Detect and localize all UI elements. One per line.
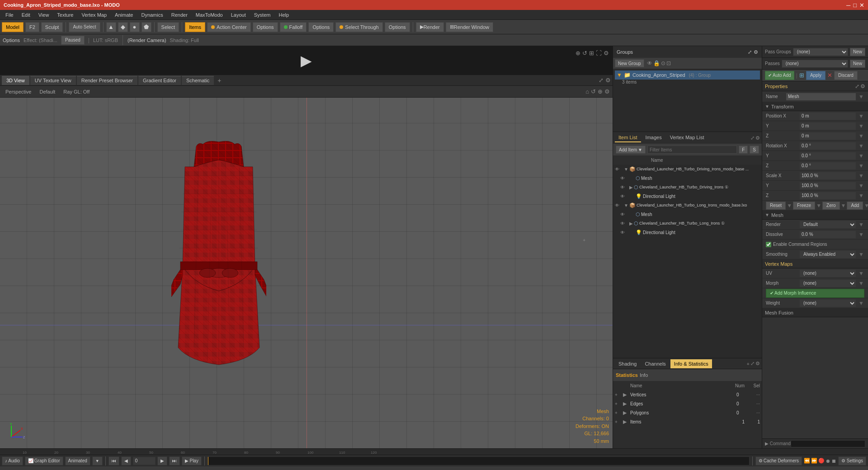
render-window-button[interactable]: ⊞ Render Window	[446, 22, 493, 32]
play-button[interactable]: ▶ Play	[182, 456, 202, 465]
pos-y-arrow[interactable]: ▼	[858, 123, 864, 129]
rotation-x-value[interactable]: 0.0 °	[799, 142, 856, 150]
tab-uv-texture[interactable]: UV Texture View	[30, 76, 76, 85]
shape3-button[interactable]: ●	[130, 22, 140, 32]
next-frame-button[interactable]: ▶	[157, 456, 167, 465]
bottom-gear-icon[interactable]: ⤢	[750, 361, 755, 367]
stats-add-polygons[interactable]: +	[615, 410, 621, 415]
row6-eye[interactable]: 👁	[620, 212, 625, 217]
menu-layout[interactable]: Layout	[227, 11, 250, 19]
apply-button[interactable]: Apply	[806, 71, 826, 80]
add-tab-button[interactable]: +	[215, 76, 224, 85]
zero-arrow[interactable]: ▼	[841, 202, 846, 209]
stats-add-edges[interactable]: +	[615, 401, 621, 406]
pos-x-arrow[interactable]: ▼	[858, 113, 864, 119]
position-z-value[interactable]: 0 m	[799, 132, 856, 140]
dissolve-arrow[interactable]: ▼	[858, 231, 864, 238]
pb-icon-2[interactable]: ⏩	[811, 458, 817, 464]
vp-rotate-icon[interactable]: ↺	[591, 88, 596, 95]
graph-editor-button[interactable]: 📈 Graph Editor	[25, 456, 63, 465]
filter-f-button[interactable]: F	[739, 146, 748, 154]
options2-button[interactable]: Options	[308, 22, 334, 32]
vp-home-icon[interactable]: ⌂	[585, 88, 589, 95]
passes-select[interactable]: (none)	[782, 60, 848, 68]
weight-select[interactable]: (none)	[799, 299, 856, 307]
timeline-bar[interactable]	[208, 456, 750, 465]
row5-toggle[interactable]: ▼	[624, 203, 628, 208]
stats-add-items[interactable]: +	[615, 419, 621, 424]
menu-help[interactable]: Help	[275, 11, 292, 19]
groups-icon-1[interactable]: 👁	[647, 60, 652, 66]
props-gear-icon[interactable]: ⚙	[860, 83, 865, 89]
menu-view[interactable]: View	[35, 11, 53, 19]
tl-icon-5[interactable]: ⚙	[604, 50, 609, 56]
sculpt-button[interactable]: Sculpt	[41, 22, 63, 32]
groups-gear-icon[interactable]: ⚙	[754, 49, 758, 55]
tab-info-statistics[interactable]: Info & Statistics	[670, 359, 712, 368]
discard-button[interactable]: Discard	[834, 71, 858, 80]
bottom-settings-icon[interactable]: ⚙	[755, 361, 760, 367]
render-button[interactable]: ▶ Render	[416, 22, 444, 32]
vp-expand-icon[interactable]: ⤢	[599, 77, 604, 84]
mesh-section-bar[interactable]: ▼ Mesh	[762, 211, 868, 220]
next-button[interactable]: ⏭	[169, 456, 180, 465]
stats-edges-row[interactable]: + ▶ Edges 0 ···	[613, 399, 762, 408]
settings-button[interactable]: ⚙ Settings	[838, 456, 866, 465]
filter-s-button[interactable]: S	[750, 146, 759, 154]
f2-button[interactable]: F2	[25, 22, 39, 32]
edges-more[interactable]: ···	[756, 401, 760, 406]
item-row-6[interactable]: 👁 ⬡ Mesh	[613, 210, 762, 219]
menu-dynamics[interactable]: Dynamics	[137, 11, 166, 19]
item-row-5[interactable]: 👁 ▼ 📦 Cleveland_Launcher_HB_Turbo_Long_I…	[613, 201, 762, 210]
render-select[interactable]: Default	[799, 221, 856, 229]
polygons-more[interactable]: ···	[756, 410, 760, 415]
pb-icon-3[interactable]: 🔴	[818, 458, 825, 464]
menu-edit[interactable]: Edit	[18, 11, 34, 19]
tab-item-list[interactable]: Item List	[615, 133, 641, 142]
animated-button[interactable]: Animated	[65, 456, 90, 465]
default-button[interactable]: Default	[37, 88, 58, 95]
model-button[interactable]: Model	[2, 22, 24, 32]
scale-x-arrow[interactable]: ▼	[858, 173, 864, 179]
groups-icon-2[interactable]: 🔒	[653, 60, 660, 66]
row8-eye[interactable]: 👁	[620, 230, 625, 235]
morph-select[interactable]: (none)	[799, 279, 856, 287]
prev-button[interactable]: ⏮	[108, 456, 119, 465]
perspective-button[interactable]: Perspective	[3, 88, 34, 95]
vp-settings-icon[interactable]: ⚙	[604, 88, 610, 95]
stats-expand-vertices[interactable]: ▶	[623, 392, 628, 398]
render-camera[interactable]: (Render Camera)	[127, 38, 166, 43]
morph-arrow[interactable]: ▼	[858, 280, 864, 287]
pass-groups-select[interactable]: (none)	[793, 48, 848, 56]
ray-gl-button[interactable]: Ray GL: Off	[61, 88, 92, 95]
scale-z-arrow[interactable]: ▼	[858, 193, 864, 199]
tl-icon-3[interactable]: ⊞	[589, 50, 594, 56]
row4-eye[interactable]: 👁	[620, 194, 625, 199]
bottom-expand-icon[interactable]: +	[747, 361, 750, 367]
minimize-button[interactable]: ─	[846, 2, 850, 9]
shape2-button[interactable]: ◆	[118, 22, 128, 32]
tab-schematic[interactable]: Schematic	[182, 76, 214, 85]
row1-toggle[interactable]: ▼	[624, 167, 628, 172]
shape4-button[interactable]: ⬟	[142, 22, 151, 32]
pos-z-arrow[interactable]: ▼	[858, 133, 864, 139]
freeze-button[interactable]: Freeze	[793, 202, 815, 210]
row3-eye[interactable]: 👁	[620, 185, 625, 190]
shape1-button[interactable]: ▲	[106, 22, 116, 32]
stats-expand-polygons[interactable]: ▶	[623, 410, 628, 416]
cache-deformers-button[interactable]: ⚙ Cache Deformers	[755, 456, 802, 465]
enable-cmd-regions-checkbox[interactable]	[766, 242, 771, 247]
props-expand-icon[interactable]: ⤢	[855, 83, 859, 89]
rotation-y-value[interactable]: 0.0 °	[799, 152, 856, 160]
command-input[interactable]	[791, 440, 865, 447]
reset-arrow[interactable]: ▼	[787, 202, 792, 209]
items-button[interactable]: Items	[185, 22, 205, 32]
tl-icon-2[interactable]: ↺	[582, 50, 587, 56]
row7-eye[interactable]: 👁	[620, 221, 625, 226]
stats-items-row[interactable]: + ▶ Items 1 1	[613, 417, 762, 426]
rot-y-arrow[interactable]: ▼	[858, 153, 864, 159]
tab-shading[interactable]: Shading	[615, 359, 640, 368]
stats-expand-edges[interactable]: ▶	[623, 401, 628, 407]
tab-3d-view[interactable]: 3D View	[2, 76, 29, 85]
scale-z-value[interactable]: 100.0 %	[799, 192, 856, 200]
